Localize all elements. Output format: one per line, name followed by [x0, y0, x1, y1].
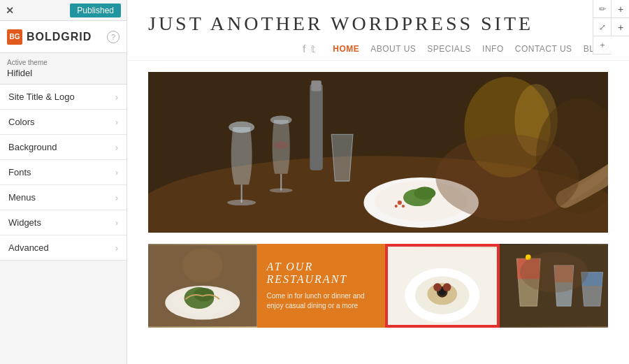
- social-icons: f 𝕥: [303, 43, 316, 54]
- resize-button[interactable]: ⤢: [593, 18, 612, 36]
- help-button[interactable]: ?: [107, 31, 120, 43]
- right-toolbar: + +: [611, 0, 629, 36]
- svg-point-18: [402, 205, 405, 208]
- svg-rect-12: [311, 80, 321, 91]
- preview-area: Just Another WordPress Site f 𝕥 HOME ABO…: [127, 0, 629, 364]
- nav-link-home[interactable]: HOME: [333, 44, 359, 54]
- bottom-card-food1: [148, 244, 257, 328]
- sidebar-top-bar: ✕ Published: [0, 0, 126, 21]
- add-section-button[interactable]: +: [612, 18, 629, 36]
- svg-point-17: [398, 201, 402, 205]
- svg-point-16: [414, 187, 435, 200]
- nav-item-fonts[interactable]: Fonts ›: [0, 160, 126, 185]
- logo-row: BG BOLDGRID ?: [0, 21, 126, 53]
- nav-links: HOME ABOUT US SPECIALS INFO CONTACT US B…: [333, 44, 608, 54]
- nav-link-about[interactable]: ABOUT US: [370, 44, 416, 54]
- nav-item-label: Menus: [8, 192, 36, 203]
- edit-button[interactable]: ✏: [593, 0, 612, 18]
- active-theme-name: Hifidel: [7, 68, 120, 78]
- chevron-icon: ›: [115, 143, 118, 152]
- add-button[interactable]: +: [593, 36, 612, 54]
- svg-point-27: [182, 249, 223, 283]
- nav-item-label: Advanced: [8, 242, 49, 253]
- orange-card-description: Come in for lunch or dinner and enjoy ca…: [267, 291, 376, 311]
- facebook-icon: f: [303, 43, 305, 54]
- nav-item-background[interactable]: Background ›: [0, 135, 126, 160]
- active-theme-label: Active theme: [7, 59, 120, 66]
- bottom-card-orange: At Our Restaurant Come in for lunch or d…: [257, 244, 386, 328]
- logo-icon: BG: [7, 29, 22, 45]
- active-theme-section: Active theme Hifidel: [0, 53, 126, 85]
- svg-rect-11: [310, 84, 323, 170]
- logo-text: BOLDGRID: [27, 31, 92, 43]
- nav-item-label: Site Title & Logo: [8, 92, 75, 102]
- svg-point-41: [520, 252, 588, 292]
- preview-header: Just Another WordPress Site f 𝕥 HOME ABO…: [127, 0, 629, 61]
- zoom-in-button[interactable]: +: [612, 0, 629, 18]
- sidebar: ✕ Published BG BOLDGRID ? Active theme H…: [0, 0, 127, 364]
- site-title: Just Another WordPress Site: [148, 0, 608, 43]
- nav-item-widgets[interactable]: Widgets ›: [0, 210, 126, 235]
- top-nav: f 𝕥 HOME ABOUT US SPECIALS INFO CONTACT …: [148, 43, 608, 60]
- nav-item-label: Fonts: [8, 167, 31, 177]
- svg-point-34: [433, 283, 442, 291]
- svg-point-35: [443, 283, 451, 291]
- hero-image: [148, 72, 608, 233]
- right-edit-toolbar: ✏ ⤢ +: [593, 0, 611, 54]
- nav-link-info[interactable]: INFO: [482, 44, 504, 54]
- published-button[interactable]: Published: [70, 3, 121, 17]
- orange-card-title: At Our Restaurant: [267, 261, 376, 286]
- nav-item-advanced[interactable]: Advanced ›: [0, 235, 126, 261]
- svg-point-19: [395, 205, 398, 208]
- svg-point-9: [270, 188, 293, 192]
- bottom-cards: At Our Restaurant Come in for lunch or d…: [148, 244, 608, 328]
- nav-item-site-title-logo[interactable]: Site Title & Logo ›: [0, 85, 126, 110]
- chevron-icon: ›: [115, 118, 118, 126]
- nav-item-label: Colors: [8, 117, 35, 127]
- bottom-card-food2: [385, 244, 500, 328]
- bottom-card-drinks: [500, 244, 609, 328]
- svg-point-6: [227, 200, 256, 205]
- svg-point-10: [274, 142, 289, 149]
- chevron-icon: ›: [115, 93, 118, 101]
- twitter-icon: 𝕥: [311, 43, 316, 54]
- nav-item-menus[interactable]: Menus ›: [0, 185, 126, 210]
- nav-link-specials[interactable]: SPECIALS: [427, 44, 471, 54]
- nav-link-contact[interactable]: CONTACT US: [515, 44, 572, 54]
- chevron-icon: ›: [115, 194, 118, 202]
- nav-item-label: Widgets: [8, 217, 41, 228]
- customizer-nav: Site Title & Logo › Colors › Background …: [0, 85, 126, 364]
- chevron-icon: ›: [115, 168, 118, 177]
- chevron-icon: ›: [115, 219, 118, 227]
- nav-item-colors[interactable]: Colors ›: [0, 110, 126, 135]
- nav-item-label: Background: [8, 142, 57, 152]
- close-button[interactable]: ✕: [6, 5, 14, 16]
- chevron-icon: ›: [115, 244, 118, 252]
